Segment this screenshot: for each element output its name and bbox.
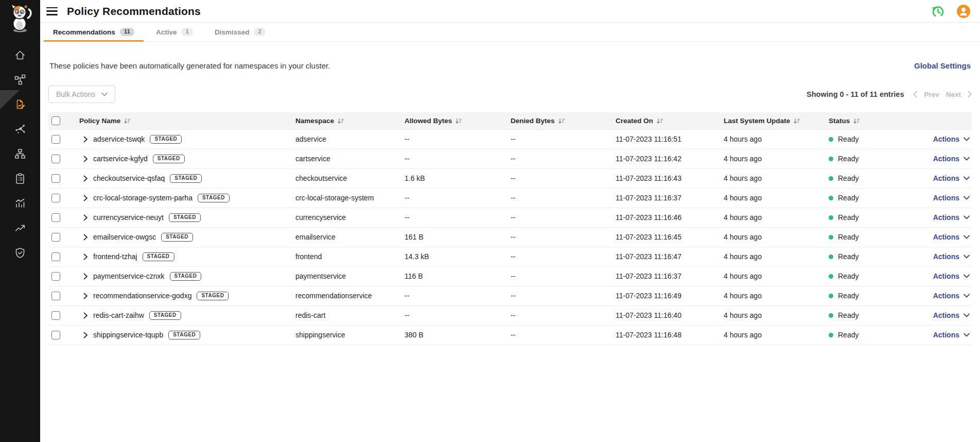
row-checkbox[interactable]	[51, 135, 60, 144]
chevron-down-icon	[964, 333, 970, 337]
expand-chevron-icon[interactable]	[83, 195, 88, 201]
allowed-bytes-cell: --	[396, 305, 502, 325]
select-all-checkbox[interactable]	[51, 116, 60, 125]
namespace-cell: paymentservice	[287, 266, 396, 286]
sidebar-item-security[interactable]	[14, 247, 26, 259]
status-label: Ready	[838, 331, 859, 339]
status-dot-icon	[829, 176, 833, 181]
history-button[interactable]	[931, 4, 945, 19]
column-header-allowed-bytes[interactable]: Allowed Bytes	[396, 112, 502, 129]
tab-recommendations[interactable]: Recommendations 11	[44, 23, 144, 41]
column-header-status[interactable]: Status	[820, 112, 909, 129]
row-checkbox[interactable]	[51, 272, 60, 281]
row-actions-button[interactable]: Actions	[933, 233, 970, 241]
sort-icon[interactable]	[124, 118, 130, 124]
chevron-left-icon[interactable]	[913, 91, 917, 97]
chevron-down-icon	[101, 92, 108, 96]
app-logo-cat[interactable]	[6, 3, 34, 36]
row-checkbox[interactable]	[51, 252, 60, 261]
expand-chevron-icon[interactable]	[83, 136, 88, 143]
chevron-down-icon	[964, 254, 970, 259]
row-checkbox[interactable]	[51, 311, 60, 320]
sidebar-item-sitemap[interactable]	[14, 148, 26, 160]
created-on-cell: 11-07-2023 11:16:46	[607, 208, 715, 227]
sort-icon[interactable]	[657, 118, 663, 124]
status-dot-icon	[829, 235, 833, 240]
table-row: redis-cart-zaihw STAGED redis-cart -- --…	[48, 305, 972, 325]
sidebar-item-trends[interactable]	[14, 222, 26, 234]
user-avatar-button[interactable]	[956, 4, 971, 19]
expand-chevron-icon[interactable]	[83, 234, 88, 241]
policy-name: shippingservice-tqupb	[93, 331, 163, 339]
row-actions-button[interactable]: Actions	[933, 135, 970, 143]
expand-chevron-icon[interactable]	[83, 273, 88, 280]
row-actions-button[interactable]: Actions	[933, 292, 970, 300]
status-dot-icon	[829, 137, 833, 142]
column-header-last-system-update[interactable]: Last System Update	[715, 112, 820, 129]
sort-icon[interactable]	[853, 118, 860, 124]
staged-badge: STAGED	[153, 155, 185, 163]
row-actions-button[interactable]: Actions	[933, 155, 970, 163]
sidebar-item-analytics[interactable]	[14, 197, 26, 210]
row-checkbox[interactable]	[51, 331, 60, 339]
status-cell: Ready	[820, 129, 909, 149]
chevron-right-icon[interactable]	[968, 91, 972, 97]
expand-chevron-icon[interactable]	[83, 156, 88, 162]
row-checkbox[interactable]	[51, 174, 60, 183]
prev-button[interactable]: Prev	[924, 91, 939, 98]
tab-dismissed[interactable]: Dismissed 2	[205, 23, 275, 41]
row-actions-button[interactable]: Actions	[933, 213, 970, 222]
global-settings-link[interactable]: Global Settings	[914, 61, 971, 70]
sidebar-item-policy-recommendations[interactable]	[14, 98, 26, 111]
expand-chevron-icon[interactable]	[83, 293, 88, 299]
sort-icon[interactable]	[794, 118, 800, 124]
row-checkbox[interactable]	[51, 213, 60, 222]
sort-icon[interactable]	[338, 118, 344, 124]
sidebar-item-network-graph[interactable]	[14, 123, 26, 135]
namespace-cell: frontend	[287, 247, 396, 266]
pagination: Prev Next	[913, 91, 972, 98]
expand-chevron-icon[interactable]	[83, 214, 88, 221]
sidebar-item-audit-logs[interactable]	[14, 173, 26, 185]
page-title: Policy Recommendations	[67, 5, 201, 18]
status-label: Ready	[838, 194, 859, 202]
column-header-namespace[interactable]: Namespace	[287, 112, 396, 129]
status-dot-icon	[829, 333, 833, 337]
column-header-denied-bytes[interactable]: Denied Bytes	[502, 112, 607, 129]
next-button[interactable]: Next	[946, 91, 961, 98]
row-checkbox[interactable]	[51, 194, 60, 202]
sort-icon[interactable]	[558, 118, 565, 124]
row-actions-button[interactable]: Actions	[933, 194, 970, 202]
status-label: Ready	[838, 174, 859, 182]
status-label: Ready	[838, 311, 859, 319]
expand-chevron-icon[interactable]	[83, 175, 88, 182]
staged-badge: STAGED	[169, 213, 201, 222]
row-actions-button[interactable]: Actions	[933, 272, 970, 280]
staged-badge: STAGED	[170, 174, 202, 183]
bulk-actions-button[interactable]: Bulk Actions	[48, 86, 115, 103]
expand-chevron-icon[interactable]	[83, 312, 88, 319]
sidebar-item-home[interactable]	[14, 49, 26, 61]
column-header-policy-name[interactable]: Policy Name	[71, 112, 287, 129]
row-actions-button[interactable]: Actions	[933, 331, 970, 339]
tab-active[interactable]: Active 1	[147, 23, 202, 41]
denied-bytes-cell: --	[502, 129, 607, 149]
expand-chevron-icon[interactable]	[83, 332, 88, 338]
expand-chevron-icon[interactable]	[83, 253, 88, 260]
row-checkbox[interactable]	[51, 292, 60, 300]
sidebar-item-topology[interactable]	[14, 74, 26, 86]
row-checkbox[interactable]	[51, 233, 60, 242]
column-header-created-on[interactable]: Created On	[607, 112, 715, 129]
allowed-bytes-cell: --	[396, 208, 502, 227]
status-cell: Ready	[820, 227, 909, 247]
row-checkbox[interactable]	[51, 155, 60, 163]
denied-bytes-cell: --	[502, 325, 607, 345]
policy-name: paymentservice-cznxk	[93, 272, 165, 280]
sort-icon[interactable]	[456, 118, 462, 124]
hamburger-menu-icon[interactable]	[46, 7, 58, 15]
row-actions-button[interactable]: Actions	[933, 252, 970, 261]
created-on-cell: 11-07-2023 11:16:45	[607, 227, 715, 247]
row-actions-button[interactable]: Actions	[933, 311, 970, 319]
row-actions-button[interactable]: Actions	[933, 174, 970, 182]
denied-bytes-cell: --	[502, 266, 607, 286]
